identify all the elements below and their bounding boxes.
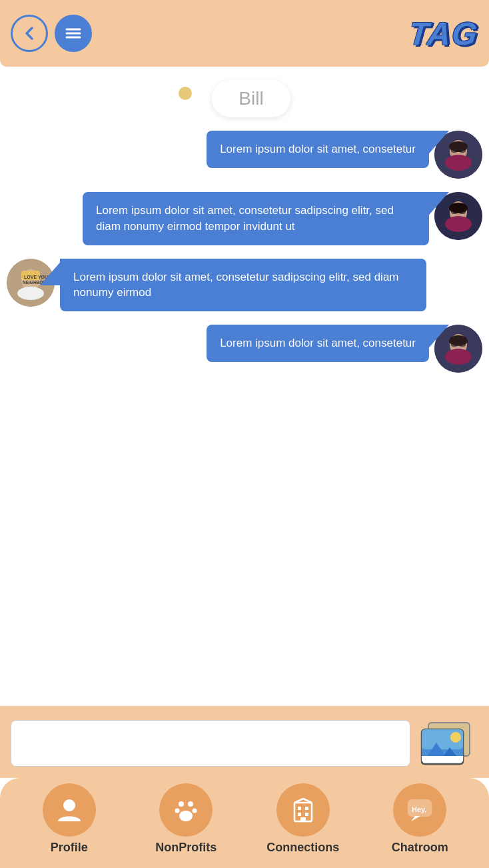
back-button[interactable]	[11, 15, 48, 52]
svg-rect-44	[305, 807, 308, 810]
header-left	[11, 15, 92, 52]
chatroom-icon-circle: Hey.	[393, 783, 446, 837]
svg-point-38	[188, 801, 193, 807]
svg-point-37	[179, 801, 184, 807]
message-bubble-right: Lorem ipsum dolor sit amet, consetetur	[207, 131, 429, 168]
nav-item-chatroom[interactable]: Hey. Chatroom	[362, 783, 479, 855]
svg-point-2	[445, 155, 472, 171]
svg-point-13	[449, 203, 468, 213]
header: TAG	[0, 0, 489, 67]
message-row: Lorem ipsum dolor sit amet, consetetur	[13, 325, 476, 373]
svg-rect-45	[298, 813, 301, 816]
nav-label-connections: Connections	[266, 841, 339, 855]
svg-point-19	[17, 287, 44, 300]
svg-point-40	[193, 809, 197, 813]
bottom-nav: Profile NonProfits	[0, 778, 489, 868]
input-area	[0, 706, 489, 778]
svg-point-9	[445, 216, 472, 232]
message-bubble-right: Lorem ipsum dolor sit amet, consetetur s…	[83, 192, 429, 245]
menu-button[interactable]	[55, 15, 92, 52]
nav-item-profile[interactable]: Profile	[11, 783, 128, 855]
svg-point-41	[179, 811, 193, 821]
nav-item-connections[interactable]: Connections	[244, 783, 362, 855]
nav-label-chatroom: Chatroom	[392, 841, 448, 855]
message-row: LOVE YOUR NEIGHBOUR Lorem ipsum dolor si…	[13, 259, 476, 312]
chat-name-area: Bill	[0, 67, 489, 124]
message-row: Lorem ipsum dolor sit amet, consetetur s…	[13, 192, 476, 245]
nonprofits-icon-circle	[159, 783, 213, 837]
svg-text:Hey.: Hey.	[412, 805, 426, 813]
nav-label-profile: Profile	[51, 841, 88, 855]
svg-point-39	[175, 809, 180, 813]
chat-area: Lorem ipsum dolor sit amet, consetetur L…	[0, 124, 489, 706]
svg-rect-47	[300, 817, 306, 821]
svg-point-22	[445, 349, 472, 365]
svg-point-36	[63, 799, 75, 811]
svg-point-26	[449, 335, 468, 346]
app-logo: TAG	[408, 15, 480, 52]
nav-label-nonprofits: NonProfits	[155, 841, 217, 855]
svg-rect-46	[305, 813, 308, 816]
svg-rect-43	[298, 807, 301, 810]
message-input[interactable]	[11, 720, 410, 767]
message-bubble-left: Lorem ipsum dolor sit amet, consetetur s…	[60, 259, 426, 312]
message-bubble-right: Lorem ipsum dolor sit amet, consetetur	[207, 325, 429, 362]
status-dot	[179, 87, 192, 100]
svg-point-6	[449, 141, 468, 152]
contact-name: Bill	[239, 88, 263, 109]
nav-item-nonprofits[interactable]: NonProfits	[128, 783, 245, 855]
connections-icon-circle	[276, 783, 330, 837]
svg-point-33	[450, 732, 461, 743]
message-row: Lorem ipsum dolor sit amet, consetetur	[13, 131, 476, 179]
image-picker-button[interactable]	[418, 717, 478, 770]
profile-icon-circle	[43, 783, 96, 837]
chat-name-pill: Bill	[212, 80, 290, 117]
